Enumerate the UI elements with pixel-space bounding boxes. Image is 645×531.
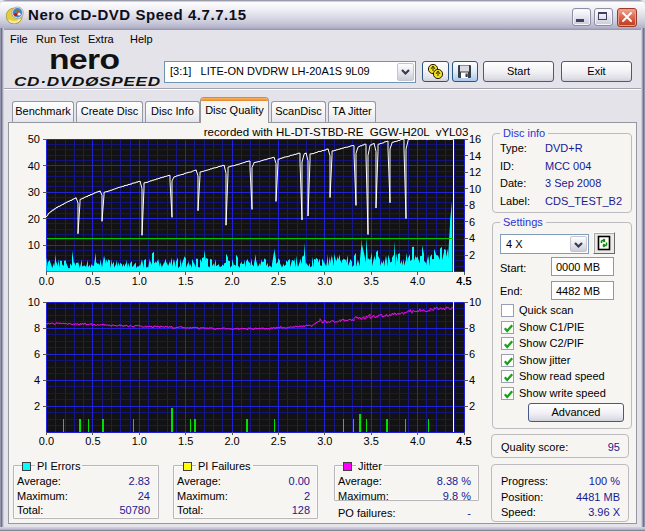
svg-text:16: 16	[469, 133, 481, 145]
svg-text:8: 8	[469, 199, 475, 211]
svg-text:3.5: 3.5	[364, 435, 379, 447]
svg-text:4.5: 4.5	[456, 275, 471, 287]
svg-text:6: 6	[469, 216, 475, 228]
svg-text:6: 6	[34, 348, 40, 360]
svg-text:14: 14	[469, 150, 481, 162]
svg-text:4.5: 4.5	[456, 435, 471, 447]
svg-text:20: 20	[28, 213, 40, 225]
svg-text:10: 10	[469, 183, 481, 195]
svg-text:10: 10	[28, 239, 40, 251]
svg-text:2: 2	[469, 249, 475, 261]
svg-text:2.5: 2.5	[271, 275, 286, 287]
svg-text:4: 4	[469, 374, 475, 386]
svg-text:3.0: 3.0	[317, 435, 332, 447]
svg-text:1.0: 1.0	[132, 275, 147, 287]
svg-text:4.0: 4.0	[410, 275, 425, 287]
svg-text:10: 10	[28, 296, 40, 308]
svg-text:0.5: 0.5	[85, 435, 100, 447]
svg-text:4: 4	[469, 232, 475, 244]
svg-text:0.0: 0.0	[39, 435, 54, 447]
svg-text:12: 12	[469, 166, 481, 178]
svg-text:4.0: 4.0	[410, 435, 425, 447]
svg-text:3.0: 3.0	[317, 275, 332, 287]
svg-text:8: 8	[469, 322, 475, 334]
svg-text:8: 8	[34, 322, 40, 334]
svg-text:1.0: 1.0	[132, 435, 147, 447]
svg-text:1.5: 1.5	[178, 275, 193, 287]
svg-text:3.5: 3.5	[364, 275, 379, 287]
svg-text:0.0: 0.0	[39, 275, 54, 287]
svg-text:40: 40	[28, 160, 40, 172]
svg-text:recorded with HL-DT-STBD-RE G: recorded with HL-DT-STBD-RE GGW-H20L vYL…	[204, 126, 469, 138]
svg-text:2: 2	[469, 400, 475, 412]
svg-text:6: 6	[469, 348, 475, 360]
svg-text:2.0: 2.0	[224, 435, 239, 447]
svg-text:10: 10	[469, 296, 481, 308]
svg-text:0.5: 0.5	[85, 275, 100, 287]
svg-text:1.5: 1.5	[178, 435, 193, 447]
svg-text:4: 4	[34, 374, 40, 386]
svg-text:2.5: 2.5	[271, 435, 286, 447]
svg-text:50: 50	[28, 133, 40, 145]
svg-text:2.0: 2.0	[224, 275, 239, 287]
svg-text:2: 2	[34, 400, 40, 412]
svg-text:30: 30	[28, 186, 40, 198]
